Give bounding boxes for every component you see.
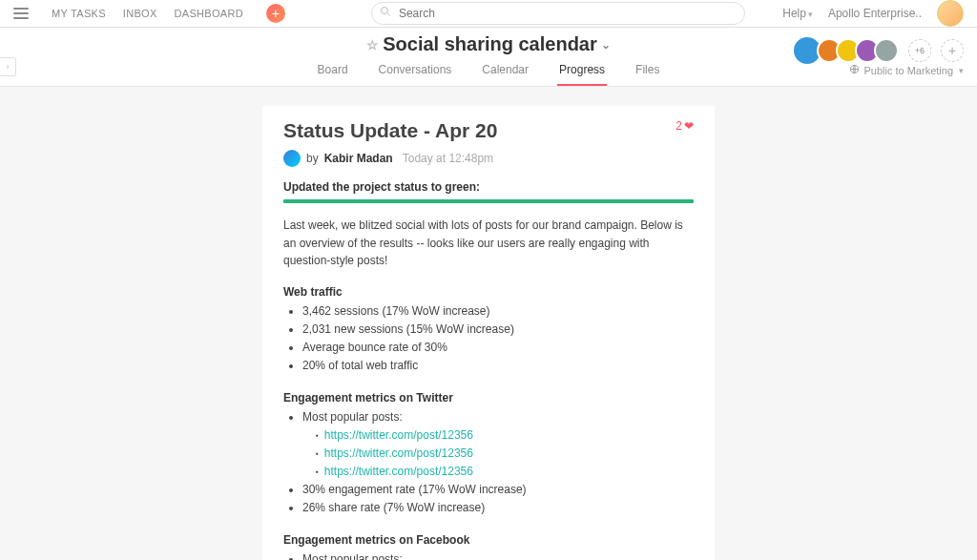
list-item: 20% of total web traffic [302,357,694,375]
chevron-down-icon: ▾ [959,66,964,75]
star-icon[interactable]: ☆ [366,37,379,52]
top-nav: MY TASKS INBOX DASHBOARD [52,8,243,19]
list-item: Average bounce rate of 30% [302,339,694,357]
list-item: 2,031 new sessions (15% WoW increase) [302,321,694,339]
project-title[interactable]: ☆ Social sharing calendar ⌄ [366,33,611,55]
tab-board[interactable]: Board [316,63,350,86]
search-wrap [371,2,745,25]
project-header: ☆ Social sharing calendar ⌄ Board Conver… [0,28,977,87]
status-heading: Updated the project status to green: [283,180,694,194]
post-byline: by Kabir Madan Today at 12:48pm [283,150,694,167]
chevron-down-icon: ▾ [808,10,813,19]
nav-inbox[interactable]: INBOX [123,8,157,19]
nav-dashboard[interactable]: DASHBOARD [175,8,243,19]
project-visibility[interactable]: Public to Marketing ▾ [849,64,964,76]
project-members: +6 + [792,35,964,66]
member-avatar[interactable] [874,38,899,63]
author-name[interactable]: Kabir Madan [324,152,393,165]
twitter-tail-list: 30% engagement rate (17% WoW increase)26… [283,481,694,517]
list-item: Most popular posts: https://twitter.com/… [302,408,694,482]
facebook-list: Most popular posts: https://facebook.com… [283,550,694,560]
help-link[interactable]: Help▾ [782,7,813,20]
nav-my-tasks[interactable]: MY TASKS [52,8,106,19]
tab-progress[interactable]: Progress [557,63,607,86]
section-heading-web: Web traffic [283,285,694,299]
like-button[interactable]: 2 ❤ [676,119,694,133]
section-heading-twitter: Engagement metrics on Twitter [283,391,694,404]
post-timestamp: Today at 12:48pm [403,152,493,165]
list-item: 30% engagement rate (17% WoW increase) [302,481,694,499]
current-user-avatar[interactable] [937,0,964,27]
topbar: MY TASKS INBOX DASHBOARD + Help▾ Apollo … [0,0,977,28]
post-link[interactable]: https://twitter.com/post/12356 [324,428,473,442]
org-switcher[interactable]: Apollo Enterprise.. [828,7,922,20]
tab-files[interactable]: Files [634,63,661,86]
tab-conversations[interactable]: Conversations [377,63,454,86]
post-link[interactable]: https://twitter.com/post/12356 [324,465,473,478]
list-item: https://twitter.com/post/12356 [316,445,694,463]
status-update-card: Status Update - Apr 20 2 ❤ by Kabir Mada… [262,106,715,560]
project-tabs: Board Conversations Calendar Progress Fi… [0,63,977,86]
chevron-down-icon[interactable]: ⌄ [601,38,611,52]
project-title-text: Social sharing calendar [383,33,597,55]
by-prefix: by [306,152,319,165]
post-link[interactable]: https://twitter.com/post/12356 [324,446,473,460]
globe-icon [849,64,860,76]
tab-calendar[interactable]: Calendar [480,63,530,86]
twitter-list: Most popular posts: https://twitter.com/… [283,408,694,482]
member-overflow[interactable]: +6 [908,39,931,62]
visibility-label: Public to Marketing [863,65,953,76]
sidebar-expand-button[interactable]: › [0,57,16,76]
list-item: 26% share rate (7% WoW increase) [302,499,694,517]
search-input[interactable] [371,2,745,25]
add-member-button[interactable]: + [941,39,964,62]
web-traffic-list: 3,462 sessions (17% WoW increase)2,031 n… [283,302,694,376]
menu-icon[interactable] [13,6,29,21]
author-avatar[interactable] [283,150,301,167]
main: Status Update - Apr 20 2 ❤ by Kabir Mada… [0,87,977,560]
svg-point-0 [381,8,387,14]
status-color-bar [283,199,694,203]
list-item: 3,462 sessions (17% WoW increase) [302,302,694,321]
topbar-right: Help▾ Apollo Enterprise.. [782,0,964,27]
list-item: Most popular posts: https://facebook.com… [302,550,694,560]
list-item: https://twitter.com/post/12356 [316,426,694,445]
heart-icon: ❤ [684,119,694,133]
svg-line-1 [386,13,389,16]
post-title: Status Update - Apr 20 [283,119,497,142]
post-intro: Last week, we blitzed social with lots o… [283,217,694,270]
quick-add-button[interactable]: + [266,4,285,23]
section-heading-facebook: Engagement metrics on Facebook [283,533,694,547]
search-icon [380,6,391,20]
list-item: https://twitter.com/post/12356 [316,463,694,481]
like-count: 2 [676,119,682,133]
